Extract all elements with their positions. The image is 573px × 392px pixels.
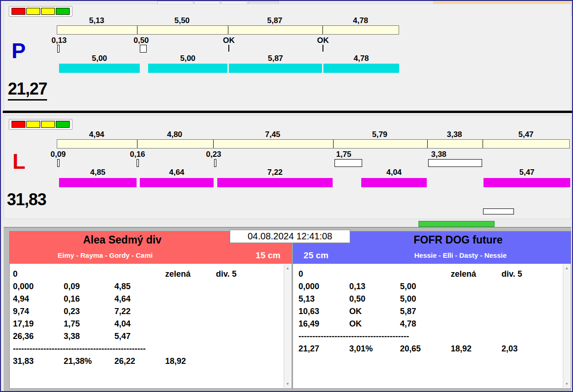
table-cell: 17,19 [13, 319, 64, 332]
scroll-up-icon[interactable]: ▲ [565, 264, 569, 272]
lane-l-panel: 4,94 4,80 7,45 5,79 3,38 5,47 0,09 0,16 … [4, 115, 571, 219]
traffic-light-green-icon [56, 121, 70, 128]
left-team-title: Alea Sedmý div [10, 234, 235, 246]
traffic-light-red-icon [12, 8, 25, 15]
right-team-dogs: Hessie - Elli - Dasty - Nessie [353, 251, 568, 259]
segment-divider [483, 140, 483, 148]
table-cell: 1,75 [64, 319, 114, 332]
l-run-time: 4,04 [361, 168, 427, 177]
p-run-bar [323, 64, 399, 73]
table-row: 4,940,164,64 [13, 294, 282, 307]
right-team-panel: FOFR DOG future Hessie - Elli - Dasty - … [292, 231, 571, 389]
left-jump-height: 15 cm [247, 250, 289, 261]
box-time-marker [334, 159, 362, 167]
table-cell: 21,27 [298, 344, 349, 356]
traffic-light-yellow-icon [41, 121, 55, 128]
l-segment-time: 4,80 [137, 130, 213, 139]
table-cell: 5,87 [400, 307, 451, 319]
lane-p-total-time: 21,27 [8, 81, 47, 97]
table-cell: 26,22 [114, 356, 165, 369]
table-cell: 9,74 [13, 307, 64, 319]
split-marker [214, 159, 216, 167]
scroll-down-icon[interactable]: ▼ [565, 380, 569, 388]
split-marker [57, 159, 60, 167]
right-team-title: FOFR DOG future [348, 234, 568, 246]
table-row: 10,63OK5,87 [298, 307, 561, 319]
table-cell [400, 269, 451, 282]
table-cell: 4,94 [13, 294, 64, 307]
lane-p-letter: P [12, 40, 26, 61]
p-run-bar [59, 64, 140, 73]
table-cell: 0,000 [298, 282, 349, 294]
table-cell: 20,65 [400, 344, 451, 356]
l-run-time: 5,47 [483, 168, 570, 177]
table-cell: zelená [451, 269, 501, 282]
table-cell: 4,64 [114, 294, 165, 307]
segment-divider [137, 26, 137, 34]
table-cell: 3,38 [64, 332, 114, 344]
left-results-body: 0zelenádiv. 50,0000,094,854,940,164,649,… [10, 264, 292, 388]
ready-indicator-bar [418, 221, 495, 227]
l-run-bar [483, 178, 570, 187]
table-cell: 2,03 [501, 344, 552, 356]
l-split-time: 0,09 [49, 150, 67, 159]
split-marker [137, 159, 139, 167]
right-jump-height: 25 cm [297, 250, 335, 261]
lane-p-panel: 5,13 5,50 5,87 4,78 0,13 0,50 OK OK 5,00… [4, 4, 571, 111]
table-cell: 16,49 [298, 319, 349, 332]
l-split-time: 0,23 [204, 150, 223, 159]
traffic-light-red-icon [12, 121, 25, 128]
table-cell: 5,47 [114, 332, 165, 344]
table-separator: ----------------------------------------… [13, 344, 282, 356]
results-frame: Alea Sedmý div Eimy - Rayma - Gordy - Ca… [4, 227, 571, 391]
p-split-time: 0,50 [132, 36, 150, 45]
right-results-table: 0zelenádiv. 50,0000,135,005,130,505,0010… [298, 269, 561, 356]
table-row: 31,8321,38%26,2218,92 [13, 356, 282, 369]
segment-divider [333, 140, 334, 148]
left-team-panel: Alea Sedmý div Eimy - Rayma - Gordy - Ca… [9, 231, 292, 389]
datetime-display: 04.08.2024 12:41:08 [230, 230, 350, 243]
table-separator: ---------------------------------------- [298, 332, 561, 344]
l-run-bar [217, 178, 333, 187]
table-cell: 0,23 [64, 307, 114, 319]
table-cell: 4,78 [400, 319, 451, 332]
table-row: 9,740,237,22 [13, 307, 282, 319]
p-run-bar [148, 64, 227, 73]
table-row: 0,0000,094,85 [13, 282, 282, 294]
p-segment-time: 5,87 [227, 16, 322, 25]
scroll-up-icon[interactable]: ▲ [286, 264, 290, 272]
l-run-time: 4,64 [140, 168, 214, 177]
table-cell: 0,09 [64, 282, 114, 294]
p-run-time: 5,87 [229, 54, 322, 63]
table-cell: 0,50 [349, 294, 400, 307]
vertical-scrollbar[interactable]: ▲ ▼ [563, 264, 570, 388]
table-cell: 18,92 [451, 344, 501, 356]
l-run-time: 7,22 [217, 168, 333, 177]
scroll-down-icon[interactable]: ▼ [286, 380, 290, 388]
split-marker-box [140, 45, 147, 53]
l-split-time: 3,38 [430, 150, 448, 159]
right-results-body: 0zelenádiv. 50,0000,135,005,130,505,0010… [293, 264, 571, 388]
p-run-time: 5,00 [59, 54, 140, 63]
table-cell: 26,36 [13, 332, 64, 344]
p-run-time: 4,78 [323, 54, 399, 63]
vertical-scrollbar[interactable]: ▲ ▼ [284, 264, 291, 388]
lane-l-letter: L [12, 151, 25, 172]
table-row: 17,191,754,04 [13, 319, 282, 332]
traffic-light-yellow-icon [26, 121, 40, 128]
lane-l-traffic-lights [9, 119, 72, 130]
table-cell: 4,85 [114, 282, 165, 294]
traffic-light-yellow-icon [41, 8, 55, 15]
table-cell: OK [349, 307, 400, 319]
segment-divider [213, 140, 214, 148]
p-segment-bar [57, 25, 399, 35]
table-cell: 10,63 [298, 307, 349, 319]
table-cell: 31,83 [13, 356, 64, 369]
l-run-time: 4,85 [59, 168, 137, 177]
p-segment-time: 5,50 [137, 16, 227, 25]
segment-divider [137, 140, 137, 148]
table-cell: 7,22 [114, 307, 165, 319]
table-cell: 0,13 [349, 282, 400, 294]
l-segment-time: 7,45 [213, 130, 333, 139]
split-marker [57, 45, 60, 53]
